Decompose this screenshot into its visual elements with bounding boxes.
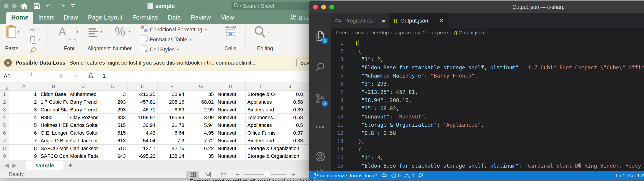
- code-line-3[interactable]: 3 "1": 2,: [331, 55, 644, 63]
- cell-A1[interactable]: 1: [9, 91, 39, 98]
- search-icon[interactable]: [309, 60, 331, 74]
- errors-indicator[interactable]: 0: [391, 173, 400, 179]
- insert-function-icon[interactable]: fx: [88, 72, 94, 79]
- select-all-corner[interactable]: [0, 82, 9, 90]
- code-line-4[interactable]: 4 "Eldon Base for stackable storage shel…: [331, 63, 644, 72]
- sheet-tab-sample[interactable]: sample: [26, 161, 64, 170]
- code-line-6[interactable]: 6 "3": 293,: [331, 80, 644, 88]
- cell-I8[interactable]: Storage & Organization: [246, 145, 275, 152]
- cell-F2[interactable]: 208.16: [158, 98, 186, 106]
- cell-G6[interactable]: 4.95: [186, 129, 216, 137]
- cell-H5[interactable]: Nunavut: [216, 121, 246, 129]
- explorer-icon[interactable]: 1: [309, 29, 331, 43]
- zoom-out-button[interactable]: −: [236, 171, 240, 178]
- font-dropdown-icon[interactable]: ▾: [77, 30, 78, 34]
- column-header-D[interactable]: D: [98, 82, 128, 90]
- cell-H3[interactable]: Nunavut: [216, 106, 246, 113]
- source-control-icon[interactable]: 5: [309, 91, 331, 106]
- cell-I5[interactable]: Appliances: [246, 121, 275, 129]
- breadcrumb-item[interactable]: Users: [336, 30, 349, 36]
- column-header-B[interactable]: B: [39, 82, 68, 90]
- ribbon-tab-review[interactable]: Review: [186, 12, 216, 24]
- cell-B9[interactable]: SAFCO Comr: [39, 152, 68, 160]
- cell-D6[interactable]: 515: [98, 129, 128, 137]
- font-label[interactable]: Font: [54, 46, 84, 52]
- breadcrumb-item[interactable]: {} Output.json: [454, 30, 484, 36]
- row-header-8[interactable]: 8: [0, 145, 9, 152]
- breadcrumb-item[interactable]: aspose: [432, 30, 448, 36]
- code-line-5[interactable]: 5 "Muhammed MacIntyre": "Barry French",: [331, 72, 644, 80]
- alignment-dropdown-icon[interactable]: ▾: [101, 30, 102, 34]
- code-line-8[interactable]: 8 "38.94": 208.16,: [331, 96, 644, 104]
- code-line-11[interactable]: 11 "Storage & Organization": "Appliances…: [331, 121, 644, 129]
- cell-D8[interactable]: 613: [98, 145, 128, 152]
- page-break-view-button[interactable]: [217, 171, 230, 178]
- cell-I7[interactable]: Binders and: [246, 137, 275, 144]
- cell-I6[interactable]: Office Furnis: [246, 129, 275, 137]
- cell-C1[interactable]: Muhammed: [68, 91, 98, 98]
- cell-J1[interactable]: 0.8: [275, 91, 305, 98]
- cell-F7[interactable]: 7.3: [158, 137, 186, 144]
- cell-C2[interactable]: Barry French: [68, 98, 98, 106]
- copy-dropdown-icon[interactable]: ▾: [39, 38, 40, 42]
- cell-B1[interactable]: Eldon Base f: [39, 91, 68, 98]
- launch-rocket-icon[interactable]: [418, 172, 424, 179]
- tab-output-json[interactable]: {}Output.json✕: [390, 13, 448, 29]
- paste-icon[interactable]: [6, 26, 16, 38]
- number-label[interactable]: Number: [108, 46, 136, 52]
- cell-D1[interactable]: 3: [98, 91, 128, 98]
- code-line-1[interactable]: 1[: [331, 39, 644, 47]
- row-header-3[interactable]: 3: [0, 106, 9, 113]
- cell-F5[interactable]: 21.78: [158, 121, 186, 129]
- cell-G8[interactable]: 6.22: [186, 145, 216, 152]
- tab-program-cs[interactable]: C#Program.cs●: [331, 13, 390, 29]
- cell-J7[interactable]: 0.38: [275, 137, 305, 144]
- cell-G1[interactable]: 35: [186, 91, 216, 98]
- row-header-4[interactable]: 4: [0, 114, 9, 121]
- cell-F4[interactable]: 195.99: [158, 114, 186, 121]
- code-line-16[interactable]: 16 "Eldon Base for stackable storage she…: [331, 162, 644, 170]
- zoom-in-button[interactable]: +: [291, 171, 295, 178]
- breadcrumb-item[interactable]: ...: [490, 30, 494, 36]
- cell-I3[interactable]: Binders and: [246, 106, 275, 113]
- cell-H6[interactable]: Nunavut: [216, 129, 246, 137]
- cells-dropdown-icon[interactable]: ▾: [238, 31, 240, 34]
- cell-E6[interactable]: 4.43: [128, 129, 158, 137]
- normal-view-button[interactable]: [186, 171, 199, 178]
- font-icon[interactable]: A: [58, 25, 66, 38]
- cell-C4[interactable]: Clay Rozenda: [68, 114, 98, 121]
- cell-B7[interactable]: Angle-D Bind: [39, 137, 68, 144]
- search-scope-chevron-icon[interactable]: ▾: [240, 4, 241, 8]
- search-sheet-input[interactable]: ▾ Search Sheet: [232, 2, 308, 10]
- cell-D5[interactable]: 515: [98, 121, 128, 129]
- cursor-position-indicator[interactable]: Ln 1, Col 1: [616, 171, 640, 180]
- column-header-I[interactable]: I: [246, 82, 275, 90]
- row-header-2[interactable]: 2: [0, 98, 9, 106]
- cell-C6[interactable]: Carlos Solter: [68, 129, 98, 137]
- cells-icon[interactable]: [225, 26, 236, 40]
- code-editor[interactable]: 1[2 {3 "1": 2,4 "Eldon Base for stackabl…: [331, 37, 644, 171]
- cell-E3[interactable]: 46.71: [128, 106, 158, 113]
- breadcrumb-item[interactable]: new: [355, 30, 364, 36]
- cell-A8[interactable]: 8: [9, 145, 39, 152]
- formula-input[interactable]: 1: [102, 73, 106, 79]
- cell-G9[interactable]: 35: [186, 152, 216, 160]
- cut-icon[interactable]: ✂: [28, 26, 35, 34]
- number-format-icon[interactable]: %: [115, 25, 125, 38]
- zoom-window-button[interactable]: [329, 5, 334, 10]
- ribbon-tab-draw[interactable]: Draw: [59, 12, 83, 24]
- paste-label[interactable]: Paste: [3, 46, 20, 52]
- cell-A6[interactable]: 6: [9, 129, 39, 137]
- cell-B5[interactable]: Holmes HEPA: [39, 121, 68, 129]
- code-line-7[interactable]: 7 "-213.25": 457.81,: [331, 88, 644, 96]
- cell-B2[interactable]: 1.7 Cubic Fo: [39, 98, 68, 106]
- code-line-9[interactable]: 9 "35": 68.02,: [331, 104, 644, 113]
- cell-H8[interactable]: Nunavut: [216, 145, 246, 152]
- warnings-indicator[interactable]: 0: [404, 173, 414, 179]
- cell-A9[interactable]: 9: [9, 152, 39, 160]
- cell-E4[interactable]: 1198.97: [128, 114, 158, 121]
- cell-I2[interactable]: Appliances: [246, 98, 275, 106]
- add-sheet-button[interactable]: +: [68, 161, 72, 170]
- ribbon-tab-formulas[interactable]: Formulas: [127, 12, 163, 24]
- row-header-1[interactable]: 1: [0, 91, 9, 98]
